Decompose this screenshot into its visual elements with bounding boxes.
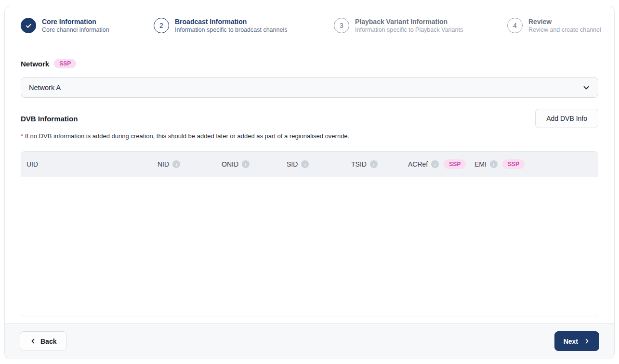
wizard-footer: Back Next [5,323,614,359]
network-ssp-badge: SSP [54,59,76,68]
dvb-table-header: UID NID i ONID i SID i TSID i [21,152,598,177]
step-number-circle: 3 [334,18,349,33]
back-button-label: Back [40,338,56,345]
check-icon [25,22,32,29]
step-subtitle: Core channel information [42,26,109,33]
next-button-label: Next [564,338,578,345]
stepper-step-core-information[interactable]: Core Information Core channel informatio… [21,18,154,33]
next-button[interactable]: Next [554,331,599,351]
step-subtitle: Information specific to Playback Variant… [355,26,463,33]
acref-ssp-badge: SSP [444,159,466,169]
step-subtitle: Information specific to broadcast channe… [175,26,287,33]
dvb-note-text: If no DVB information is added during cr… [25,132,350,140]
dvb-table-body-empty [21,177,598,316]
network-select-value: Network A [29,84,61,91]
wizard-stepper: Core Information Core channel informatio… [5,6,614,45]
step-number-circle: 2 [154,18,169,33]
info-icon[interactable]: i [490,160,498,168]
chevron-right-icon [584,338,590,344]
column-header-acref: ACRef i SSP [403,159,469,169]
column-header-onid: ONID i [216,160,281,168]
column-header-emi: EMI i SSP [469,159,525,169]
add-dvb-info-button[interactable]: Add DVB Info [535,109,598,128]
step-subtitle: Review and create channel [528,26,601,33]
column-header-uid: UID [21,160,152,168]
network-select[interactable]: Network A [21,77,598,98]
step-title: Review [528,18,601,26]
info-icon[interactable]: i [172,160,180,168]
step-title: Playback Variant Information [355,18,463,26]
chevron-down-icon [582,84,590,91]
chevron-left-icon [30,338,36,344]
step-title: Core Information [42,18,109,26]
step-complete-circle [21,18,36,33]
back-button[interactable]: Back [20,331,66,351]
dvb-table: UID NID i ONID i SID i TSID i [21,151,598,316]
info-icon[interactable]: i [242,160,250,168]
stepper-step-playback-variant-information[interactable]: 3 Playback Variant Information Informati… [334,18,507,33]
info-icon[interactable]: i [370,160,378,168]
step-number-circle: 4 [507,18,523,33]
required-asterisk: * [21,132,23,140]
create-channel-wizard: Core Information Core channel informatio… [4,6,615,359]
stepper-step-review[interactable]: 4 Review Review and create channel [507,18,601,33]
info-icon[interactable]: i [431,160,439,168]
emi-ssp-badge: SSP [502,159,525,169]
broadcast-information-form: Network SSP Network A DVB Information Ad… [5,45,614,323]
column-header-tsid: TSID i [346,160,403,168]
dvb-information-heading: DVB Information [21,115,78,123]
dvb-note: * If no DVB information is added during … [21,132,598,140]
column-header-nid: NID i [152,160,216,168]
stepper-step-broadcast-information[interactable]: 2 Broadcast Information Information spec… [154,18,334,33]
step-title: Broadcast Information [175,18,287,26]
info-icon[interactable]: i [301,160,309,168]
network-label: Network [21,60,49,68]
column-header-sid: SID i [281,160,346,168]
